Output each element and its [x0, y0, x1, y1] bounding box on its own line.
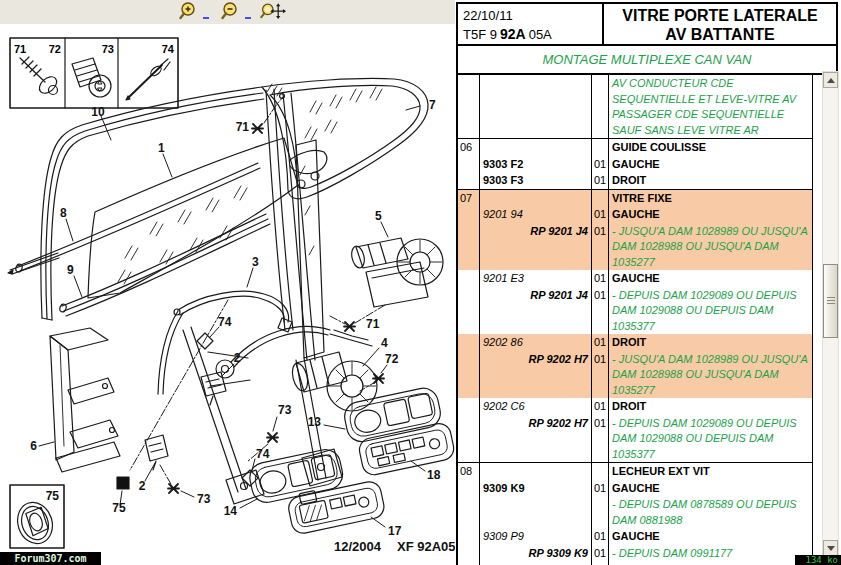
col-part-reference: 9303 F2: [480, 156, 592, 173]
screw-marker-72: [373, 374, 384, 383]
col-part-reference: RP 9202 H7: [480, 415, 592, 463]
col-section-number: [458, 206, 480, 223]
sheet-date: 22/10/11: [463, 7, 602, 25]
part-row: 9303 F201GAUCHE: [458, 156, 812, 173]
col-quantity: 01: [592, 156, 609, 173]
col-description: GAUCHE: [609, 270, 812, 287]
col-quantity: [592, 75, 609, 138]
col-description: GAUCHE: [609, 206, 812, 223]
col-quantity: 01: [592, 480, 609, 497]
bracket-6: [50, 328, 120, 472]
col-section-number: [458, 270, 480, 287]
col-quantity: [592, 139, 609, 156]
thumb-grip-icon: [827, 297, 835, 305]
table-section-07: 07VITRE FIXE9201 9401GAUCHERP 9201 J401-…: [458, 189, 812, 463]
sheet-title-line1: VITRE PORTE LATERALE: [604, 6, 836, 25]
col-quantity: 01: [592, 223, 609, 271]
col-description: DROIT: [609, 172, 812, 189]
focus-dash: [203, 17, 209, 19]
grommet-inset-box: 75: [10, 485, 64, 548]
col-section-number: [458, 287, 480, 335]
zoom-out-button[interactable]: [218, 1, 244, 23]
col-section-number: [458, 223, 480, 271]
part-row: RP 9201 J401- DEPUIS DAM 1029089 OU DEPU…: [458, 287, 812, 335]
col-description: - JUSQU'A DAM 1028989 OU JUSQU'A DAM 102…: [609, 223, 812, 271]
sheet-title-line2: AV BATTANTE: [604, 25, 836, 44]
col-description: GAUCHE: [609, 528, 812, 545]
molding-strips: [15, 163, 270, 316]
col-description: - DEPUIS DAM 1029089 OU DEPUIS DAM 10290…: [609, 287, 812, 335]
callout-74b: 74: [256, 447, 270, 461]
col-quantity: 01: [592, 206, 609, 223]
col-part-reference: RP 9201 J4: [480, 287, 592, 335]
zoom-in-button[interactable]: [176, 1, 202, 23]
sheet-header: 22/10/11 T5F 992A05A VITRE PORTE LATERAL…: [456, 2, 838, 46]
col-section-number: 08: [458, 463, 480, 480]
col-quantity: [592, 463, 609, 480]
col-section-number: [458, 334, 480, 351]
col-description: - DEPUIS DAM 0991177: [609, 545, 812, 562]
col-section-number: 06: [458, 139, 480, 156]
motor-5: [350, 238, 443, 307]
switch-bezel-13: [342, 385, 443, 444]
callout-75: 75: [112, 501, 126, 515]
screw-marker-71a: [252, 124, 263, 133]
col-quantity: 01: [592, 334, 609, 351]
col-description: DROIT: [609, 334, 812, 351]
col-description: GAUCHE: [609, 156, 812, 173]
clip-2a: [201, 372, 226, 405]
frame-seal: [8, 87, 264, 320]
scrollbar-thumb[interactable]: [823, 264, 838, 338]
clip-2b: [145, 435, 168, 470]
pillar-channels: [266, 84, 327, 360]
col-section-number: 07: [458, 190, 480, 207]
part-row: 08LECHEUR EXT VIT: [458, 463, 812, 480]
magnifier-minus-icon: [219, 1, 243, 23]
fastener-label-74: 74: [162, 43, 175, 55]
part-row: RP 9201 J401- JUSQU'A DAM 1028989 OU JUS…: [458, 223, 812, 271]
arrow-down-icon: [827, 546, 835, 551]
col-quantity: [592, 190, 609, 207]
part-row: 9202 C601DROIT: [458, 398, 812, 415]
col-part-reference: [480, 75, 592, 138]
variant-banner: MONTAGE MULTIPLEXE CAN VAN: [456, 46, 838, 75]
zoom-pan-button[interactable]: [260, 1, 286, 23]
col-quantity: 01: [592, 270, 609, 287]
callout-3: 3: [252, 255, 259, 269]
col-section-number: [458, 351, 480, 399]
bolt-icon: [72, 58, 111, 97]
fastener-label-72: 72: [49, 43, 61, 55]
variant-label: MONTAGE MULTIPLEXE CAN VAN: [542, 52, 751, 67]
arrow-up-icon: [827, 78, 835, 83]
quarter-glass-hatching: [305, 87, 382, 140]
col-description: AV CONDUCTEUR CDE SEQUENTIELLE ET LEVE-V…: [609, 75, 812, 138]
col-section-number: [458, 75, 480, 138]
diagram-date: 12/2004: [334, 539, 382, 554]
callout-9: 9: [67, 263, 74, 277]
callout-74a: 74: [218, 315, 232, 329]
callout-7: 7: [429, 98, 436, 112]
part-row: 9309 K901GAUCHE: [458, 480, 812, 497]
callout-14: 14: [224, 504, 238, 518]
screw-marker-73a: [267, 433, 278, 442]
col-section-number: [458, 172, 480, 189]
col-section-number: [458, 156, 480, 173]
fastener-label-71: 71: [14, 43, 26, 55]
col-part-reference: [480, 496, 592, 528]
vertical-scrollbar[interactable]: [822, 71, 839, 557]
parts-table: AV CONDUCTEUR CDE SEQUENTIELLE ET LEVE-V…: [456, 75, 813, 565]
part-row: 9201 9401GAUCHE: [458, 206, 812, 223]
callout-10: 10: [91, 105, 105, 119]
part-row: 06GUIDE COULISSE: [458, 139, 812, 156]
col-quantity: [592, 496, 609, 528]
switch-pack-18: [357, 421, 456, 477]
scroll-up-button[interactable]: [823, 72, 838, 88]
col-description: VITRE FIXE: [609, 190, 812, 207]
sheet-code-main: 92A: [500, 26, 526, 42]
focus-dash: [245, 17, 251, 19]
watermark: Forum307.com: [0, 552, 101, 565]
col-description: - JUSQU'A DAM 1028989 OU JUSQU'A DAM 102…: [609, 351, 812, 399]
scroll-down-button[interactable]: [823, 540, 838, 556]
callout-18: 18: [427, 468, 441, 482]
col-part-reference: RP 9201 J4: [480, 223, 592, 271]
